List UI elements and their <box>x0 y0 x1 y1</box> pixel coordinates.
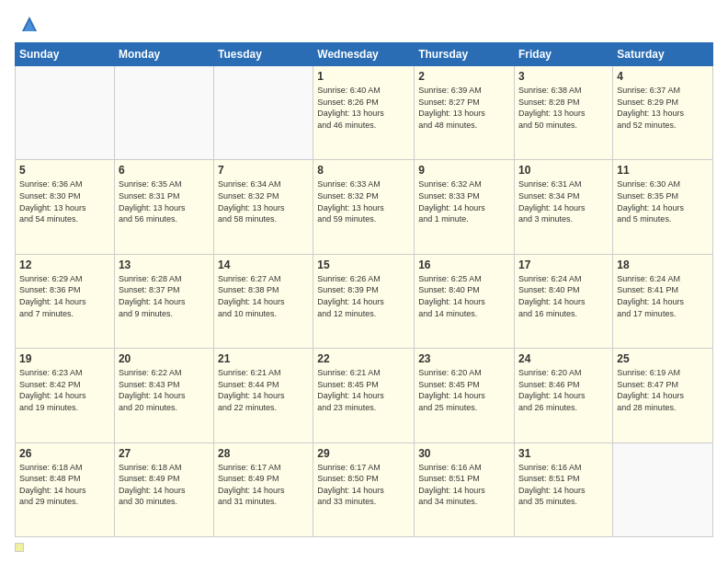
calendar-cell: 11Sunrise: 6:30 AM Sunset: 8:35 PM Dayli… <box>613 160 713 254</box>
day-number: 29 <box>317 447 410 460</box>
header <box>15 15 713 33</box>
daylight-legend <box>15 543 28 552</box>
day-number: 4 <box>617 70 709 83</box>
day-info: Sunrise: 6:39 AM Sunset: 8:27 PM Dayligh… <box>418 85 510 131</box>
day-number: 1 <box>317 70 410 83</box>
calendar-cell <box>16 66 115 160</box>
day-number: 7 <box>218 164 309 177</box>
day-info: Sunrise: 6:21 AM Sunset: 8:44 PM Dayligh… <box>218 367 309 413</box>
day-number: 28 <box>218 447 309 460</box>
calendar-cell: 23Sunrise: 6:20 AM Sunset: 8:45 PM Dayli… <box>415 349 515 442</box>
day-number: 3 <box>518 70 609 83</box>
header-cell-monday: Monday <box>114 43 213 66</box>
day-info: Sunrise: 6:26 AM Sunset: 8:39 PM Dayligh… <box>317 273 410 319</box>
day-info: Sunrise: 6:19 AM Sunset: 8:47 PM Dayligh… <box>617 367 709 413</box>
daylight-dot <box>15 543 24 552</box>
day-info: Sunrise: 6:22 AM Sunset: 8:43 PM Dayligh… <box>119 367 210 413</box>
calendar-cell: 13Sunrise: 6:28 AM Sunset: 8:37 PM Dayli… <box>114 254 213 348</box>
day-number: 13 <box>119 259 210 271</box>
calendar-week-0: 1Sunrise: 6:40 AM Sunset: 8:26 PM Daylig… <box>16 66 713 160</box>
day-number: 6 <box>119 164 210 177</box>
calendar-header: SundayMondayTuesdayWednesdayThursdayFrid… <box>16 43 713 66</box>
day-number: 9 <box>418 164 510 177</box>
day-info: Sunrise: 6:30 AM Sunset: 8:35 PM Dayligh… <box>617 178 709 224</box>
day-info: Sunrise: 6:20 AM Sunset: 8:46 PM Dayligh… <box>518 367 609 413</box>
day-info: Sunrise: 6:24 AM Sunset: 8:41 PM Dayligh… <box>617 273 709 319</box>
calendar-cell: 16Sunrise: 6:25 AM Sunset: 8:40 PM Dayli… <box>415 254 515 348</box>
calendar-cell: 17Sunrise: 6:24 AM Sunset: 8:40 PM Dayli… <box>515 254 613 348</box>
calendar-cell: 4Sunrise: 6:37 AM Sunset: 8:29 PM Daylig… <box>613 66 713 160</box>
day-number: 8 <box>317 164 410 177</box>
calendar-cell: 30Sunrise: 6:16 AM Sunset: 8:51 PM Dayli… <box>415 442 515 536</box>
calendar-cell: 27Sunrise: 6:18 AM Sunset: 8:49 PM Dayli… <box>114 442 213 536</box>
day-info: Sunrise: 6:32 AM Sunset: 8:33 PM Dayligh… <box>418 178 510 224</box>
day-info: Sunrise: 6:40 AM Sunset: 8:26 PM Dayligh… <box>317 85 410 131</box>
day-info: Sunrise: 6:28 AM Sunset: 8:37 PM Dayligh… <box>119 273 210 319</box>
header-cell-wednesday: Wednesday <box>313 43 415 66</box>
calendar-cell: 28Sunrise: 6:17 AM Sunset: 8:49 PM Dayli… <box>214 442 313 536</box>
day-info: Sunrise: 6:24 AM Sunset: 8:40 PM Dayligh… <box>518 273 609 319</box>
footer <box>15 543 713 554</box>
day-number: 11 <box>617 164 709 177</box>
calendar-cell: 26Sunrise: 6:18 AM Sunset: 8:48 PM Dayli… <box>16 442 115 536</box>
header-cell-thursday: Thursday <box>415 43 515 66</box>
day-info: Sunrise: 6:37 AM Sunset: 8:29 PM Dayligh… <box>617 85 709 131</box>
day-info: Sunrise: 6:16 AM Sunset: 8:51 PM Dayligh… <box>518 462 609 508</box>
calendar-week-4: 26Sunrise: 6:18 AM Sunset: 8:48 PM Dayli… <box>16 442 713 536</box>
calendar-cell: 29Sunrise: 6:17 AM Sunset: 8:50 PM Dayli… <box>313 442 415 536</box>
day-number: 30 <box>418 447 510 460</box>
day-info: Sunrise: 6:38 AM Sunset: 8:28 PM Dayligh… <box>518 85 609 131</box>
day-info: Sunrise: 6:17 AM Sunset: 8:49 PM Dayligh… <box>218 462 309 508</box>
day-number: 16 <box>418 259 510 271</box>
day-number: 19 <box>19 352 110 365</box>
day-info: Sunrise: 6:31 AM Sunset: 8:34 PM Dayligh… <box>518 178 609 224</box>
calendar-cell: 20Sunrise: 6:22 AM Sunset: 8:43 PM Dayli… <box>114 349 213 442</box>
calendar-table: SundayMondayTuesdayWednesdayThursdayFrid… <box>15 42 713 537</box>
calendar-cell: 14Sunrise: 6:27 AM Sunset: 8:38 PM Dayli… <box>214 254 313 348</box>
header-cell-tuesday: Tuesday <box>214 43 313 66</box>
day-number: 5 <box>19 164 110 177</box>
day-info: Sunrise: 6:34 AM Sunset: 8:32 PM Dayligh… <box>218 178 309 224</box>
day-number: 25 <box>617 352 709 365</box>
calendar-cell: 5Sunrise: 6:36 AM Sunset: 8:30 PM Daylig… <box>16 160 115 254</box>
header-cell-friday: Friday <box>515 43 613 66</box>
day-number: 21 <box>218 352 309 365</box>
calendar-cell: 31Sunrise: 6:16 AM Sunset: 8:51 PM Dayli… <box>515 442 613 536</box>
calendar-cell: 8Sunrise: 6:33 AM Sunset: 8:32 PM Daylig… <box>313 160 415 254</box>
page: SundayMondayTuesdayWednesdayThursdayFrid… <box>0 0 728 563</box>
header-cell-sunday: Sunday <box>16 43 115 66</box>
day-number: 20 <box>119 352 210 365</box>
day-info: Sunrise: 6:18 AM Sunset: 8:48 PM Dayligh… <box>19 462 110 508</box>
day-number: 18 <box>617 259 709 271</box>
calendar-cell: 3Sunrise: 6:38 AM Sunset: 8:28 PM Daylig… <box>515 66 613 160</box>
day-number: 23 <box>418 352 510 365</box>
calendar-cell: 18Sunrise: 6:24 AM Sunset: 8:41 PM Dayli… <box>613 254 713 348</box>
calendar-cell: 12Sunrise: 6:29 AM Sunset: 8:36 PM Dayli… <box>16 254 115 348</box>
day-number: 2 <box>418 70 510 83</box>
day-number: 27 <box>119 447 210 460</box>
day-number: 24 <box>518 352 609 365</box>
day-number: 10 <box>518 164 609 177</box>
calendar-cell: 1Sunrise: 6:40 AM Sunset: 8:26 PM Daylig… <box>313 66 415 160</box>
day-info: Sunrise: 6:27 AM Sunset: 8:38 PM Dayligh… <box>218 273 309 319</box>
calendar-cell: 7Sunrise: 6:34 AM Sunset: 8:32 PM Daylig… <box>214 160 313 254</box>
day-info: Sunrise: 6:33 AM Sunset: 8:32 PM Dayligh… <box>317 178 410 224</box>
day-info: Sunrise: 6:20 AM Sunset: 8:45 PM Dayligh… <box>418 367 510 413</box>
day-number: 22 <box>317 352 410 365</box>
calendar-cell <box>214 66 313 160</box>
logo <box>15 15 39 33</box>
header-row: SundayMondayTuesdayWednesdayThursdayFrid… <box>16 43 713 66</box>
calendar-cell: 9Sunrise: 6:32 AM Sunset: 8:33 PM Daylig… <box>415 160 515 254</box>
day-info: Sunrise: 6:16 AM Sunset: 8:51 PM Dayligh… <box>418 462 510 508</box>
calendar-cell <box>613 442 713 536</box>
day-info: Sunrise: 6:21 AM Sunset: 8:45 PM Dayligh… <box>317 367 410 413</box>
logo-icon <box>20 15 39 33</box>
day-info: Sunrise: 6:25 AM Sunset: 8:40 PM Dayligh… <box>418 273 510 319</box>
calendar-week-2: 12Sunrise: 6:29 AM Sunset: 8:36 PM Dayli… <box>16 254 713 348</box>
day-info: Sunrise: 6:23 AM Sunset: 8:42 PM Dayligh… <box>19 367 110 413</box>
calendar-cell: 2Sunrise: 6:39 AM Sunset: 8:27 PM Daylig… <box>415 66 515 160</box>
calendar-cell: 25Sunrise: 6:19 AM Sunset: 8:47 PM Dayli… <box>613 349 713 442</box>
day-number: 14 <box>218 259 309 271</box>
calendar-cell: 6Sunrise: 6:35 AM Sunset: 8:31 PM Daylig… <box>114 160 213 254</box>
day-info: Sunrise: 6:35 AM Sunset: 8:31 PM Dayligh… <box>119 178 210 224</box>
